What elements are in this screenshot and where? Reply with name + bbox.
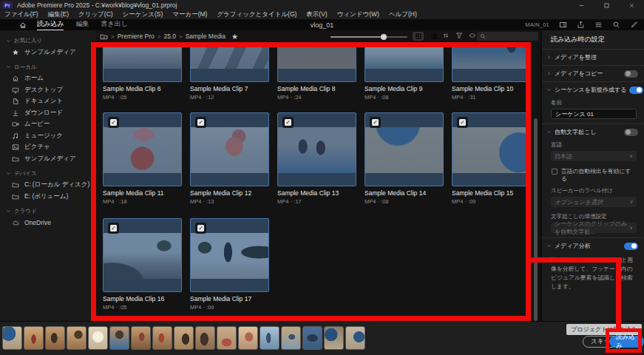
sidebar-section-header[interactable]: お気に入り xyxy=(0,32,96,47)
import-button[interactable]: 読み込み xyxy=(609,336,644,348)
clip-thumbnail[interactable]: ✓ xyxy=(277,112,356,186)
sidebar-item[interactable]: OneDrive xyxy=(0,217,96,229)
sidebar-section-header[interactable]: ローカル xyxy=(0,58,96,73)
clip-checkbox[interactable]: ✓ xyxy=(108,223,119,234)
close-button[interactable] xyxy=(619,0,644,10)
transcribe-row[interactable]: 自動文字起こし xyxy=(542,124,644,140)
clip-card[interactable]: Sample Media Clip 9MP4 · :08 xyxy=(365,42,444,101)
copy-media-toggle[interactable] xyxy=(624,70,638,78)
home-icon[interactable] xyxy=(19,21,27,29)
favorite-star-icon[interactable]: ★ xyxy=(231,33,238,41)
clip-thumbnail[interactable] xyxy=(277,42,356,82)
sidebar-item[interactable]: ドキュメント xyxy=(0,96,96,108)
grid-view-button[interactable] xyxy=(413,32,424,41)
clip-thumbnail[interactable]: ✓ xyxy=(103,112,182,186)
sidebar-item[interactable]: ミュージック xyxy=(0,130,96,142)
tab-inactive[interactable]: 書き出し xyxy=(101,18,127,31)
tab-inactive[interactable]: 編集 xyxy=(75,18,89,31)
sidebar-item[interactable]: E: (ボリューム) xyxy=(0,191,96,203)
sidebar-item[interactable]: サンプルメディア xyxy=(0,47,96,58)
clip-checkbox[interactable]: ✓ xyxy=(282,117,294,128)
clip-checkbox[interactable]: ✓ xyxy=(457,117,468,128)
speaker-select[interactable]: オプションを選択∨ xyxy=(551,197,637,207)
filmstrip-thumbnail[interactable] xyxy=(67,326,87,350)
menu-item[interactable]: ヘルプ(H) xyxy=(389,10,417,19)
vertical-scrollbar[interactable] xyxy=(534,118,538,321)
filmstrip-thumbnail[interactable] xyxy=(109,326,129,350)
language-select[interactable]: 日本語∨ xyxy=(551,151,637,161)
preview-eye-icon[interactable] xyxy=(469,32,476,39)
menu-item[interactable]: ファイル(F) xyxy=(4,10,38,19)
clip-card[interactable]: ✓Sample Media Clip 12MP4 · :13 xyxy=(190,112,269,205)
sidebar-item[interactable]: デスクトップ xyxy=(0,84,96,96)
clip-thumbnail[interactable] xyxy=(452,42,531,82)
menu-item[interactable]: 表示(V) xyxy=(306,10,327,19)
menu-item[interactable]: ウィンドウ(W) xyxy=(337,10,379,19)
filmstrip-thumbnail[interactable] xyxy=(238,326,258,350)
filmstrip-thumbnail[interactable] xyxy=(345,326,365,350)
sidebar-item[interactable]: ダウンロード xyxy=(0,107,96,119)
clip-checkbox[interactable]: ✓ xyxy=(195,223,206,234)
clip-thumbnail[interactable] xyxy=(103,42,182,82)
media-analysis-toggle[interactable] xyxy=(624,243,638,250)
filmstrip-thumbnail[interactable] xyxy=(152,326,172,350)
sort-icon[interactable] xyxy=(442,32,450,39)
clip-card[interactable]: ✓Sample Media Clip 17MP4 · :09 xyxy=(190,218,269,311)
clip-card[interactable]: Sample Media Clip 8MP4 · :24 xyxy=(277,42,356,101)
filmstrip-thumbnail[interactable] xyxy=(131,326,151,350)
sidebar-section-header[interactable]: デバイス xyxy=(0,165,96,180)
clip-thumbnail[interactable] xyxy=(365,42,444,82)
clip-checkbox[interactable]: ✓ xyxy=(370,117,381,128)
clip-card[interactable]: ✓Sample Media Clip 13MP4 · :17 xyxy=(277,112,356,205)
clip-thumbnail[interactable]: ✓ xyxy=(190,218,269,292)
clip-card[interactable]: Sample Media Clip 7MP4 · :12 xyxy=(190,42,269,101)
panel-layout-icon[interactable] xyxy=(559,18,567,32)
transcribe-toggle[interactable] xyxy=(624,129,638,136)
thumbnail-size-slider[interactable] xyxy=(331,36,407,38)
menu-item[interactable]: シーケンス(S) xyxy=(123,10,163,19)
minimize-button[interactable] xyxy=(569,0,594,10)
clip-card[interactable]: Sample Media Clip 10MP4 · :31 xyxy=(452,42,531,101)
clip-card[interactable]: ✓Sample Media Clip 11MP4 · :18 xyxy=(103,112,182,205)
sidebar-item[interactable]: サンプルメディア xyxy=(0,153,96,165)
quick-edit-icon[interactable] xyxy=(630,18,638,32)
clip-card[interactable]: Sample Media Clip 6MP4 · :05 xyxy=(103,42,182,101)
list-view-button[interactable] xyxy=(428,32,439,41)
copy-media-row[interactable]: メディアをコピー xyxy=(542,66,644,81)
breadcrumb-item[interactable]: Sample Media xyxy=(186,33,226,40)
maximize-button[interactable] xyxy=(594,0,619,10)
new-sequence-toggle[interactable] xyxy=(629,87,643,94)
clip-card[interactable]: ✓Sample Media Clip 14MP4 · :08 xyxy=(365,112,444,205)
clip-checkbox[interactable]: ✓ xyxy=(108,117,119,128)
sidebar-section-header[interactable]: クラウド xyxy=(0,203,96,217)
media-analysis-row[interactable]: メディア分析 xyxy=(542,238,644,254)
tab-active[interactable]: 読み込み xyxy=(37,18,64,31)
clip-thumbnail[interactable]: ✓ xyxy=(452,112,531,186)
filmstrip-thumbnail[interactable] xyxy=(45,326,65,350)
workspaces-icon[interactable] xyxy=(594,18,603,32)
filmstrip-thumbnail[interactable] xyxy=(88,326,108,350)
search-input[interactable] xyxy=(477,32,538,41)
breadcrumb-item[interactable]: 25.0 xyxy=(163,33,176,40)
filmstrip-thumbnail[interactable] xyxy=(195,326,215,350)
filmstrip-thumbnail[interactable] xyxy=(281,326,301,350)
filmstrip-thumbnail[interactable] xyxy=(302,326,322,350)
menu-item[interactable]: グラフィックとタイトル(G) xyxy=(217,10,296,19)
slider-knob[interactable] xyxy=(381,34,387,40)
clip-thumbnail[interactable]: ✓ xyxy=(190,112,269,186)
clip-thumbnail[interactable]: ✓ xyxy=(365,112,444,186)
new-sequence-row[interactable]: シーケンスを新規作成する xyxy=(542,82,644,98)
clip-card[interactable]: ✓Sample Media Clip 15MP4 · :09 xyxy=(452,112,531,205)
transcribe-pref-select[interactable]: シーケンスのクリップのみを自動文字起...∨ xyxy=(551,223,637,233)
sidebar-item[interactable]: ムービー xyxy=(0,119,96,131)
filmstrip-thumbnail[interactable] xyxy=(260,326,279,350)
share-icon[interactable] xyxy=(577,18,585,32)
clip-thumbnail[interactable]: ✓ xyxy=(103,218,182,292)
search-icon[interactable] xyxy=(612,18,620,32)
filmstrip-thumbnail[interactable] xyxy=(217,326,237,350)
sidebar-item[interactable]: ピクチャ xyxy=(0,142,96,154)
sidebar-item[interactable]: C: (ローカル ディスク) xyxy=(0,180,96,192)
breadcrumb-item[interactable]: Premiere Pro xyxy=(118,33,155,40)
clip-thumbnail[interactable] xyxy=(190,42,269,82)
clip-checkbox[interactable]: ✓ xyxy=(195,117,206,128)
